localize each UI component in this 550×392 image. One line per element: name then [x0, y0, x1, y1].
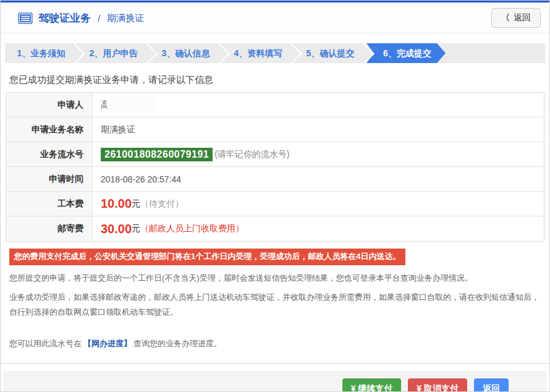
- form-list-icon: [18, 12, 33, 24]
- row-value: 期满换证: [93, 117, 544, 142]
- wizard-steps: 1、业务须知 2、用户申告 3、确认信息 4、资料填写 5、确认提交 6、完成提…: [5, 43, 545, 63]
- serial-number-badge: 261001808260079191: [101, 148, 213, 161]
- return-button[interactable]: 返回: [474, 378, 509, 392]
- row-value: 高: [93, 93, 544, 117]
- table-row-serial: 业务流水号 261001808260079191 (请牢记你的流水号): [6, 142, 544, 167]
- post-fee-note: （邮政人员上门收取费用）: [140, 223, 244, 234]
- cancel-payment-button[interactable]: ¥ 取消支付: [408, 378, 467, 392]
- row-value: 2018-08-26 20:57:44: [93, 167, 544, 191]
- work-fee-amount: 10.00: [101, 197, 132, 211]
- row-value: 10.00 元 （待支付）: [93, 192, 544, 216]
- table-row-apply-time: 申请时间 2018-08-26 20:57:44: [6, 167, 544, 192]
- info-paragraph-1: 您所提交的申请，将于提交后的一个工作日(不含当天)受理，届时会发送短信告知受理结…: [9, 271, 541, 286]
- info-paragraph-2: 业务成功受理后，如果选择邮政寄递的，邮政人员将上门送达机动车驾驶证，并收取办理业…: [9, 290, 541, 320]
- step-tab-6-active[interactable]: 6、完成提交: [366, 43, 446, 63]
- row-label: 申请人: [6, 93, 93, 117]
- row-value: 30.00 元 （邮政人员上门收取费用）: [93, 216, 544, 241]
- chevron-left-icon: 〈: [501, 12, 510, 22]
- page: 驾驶证业务 / 期满换证 〈 返回 1、业务须知 2、用户申告 3、确认信息 4…: [0, 0, 550, 392]
- row-label: 业务流水号: [6, 142, 93, 166]
- fee-unit: 元: [132, 198, 140, 210]
- table-row-post-fee: 邮寄费 30.00 元 （邮政人员上门收取费用）: [6, 216, 544, 241]
- payment-notice-banner: 您的费用支付完成后，公安机关交通管理部门将在1个工作日内受理，受理成功后，邮政人…: [9, 249, 405, 265]
- page-header: 驾驶证业务 / 期满换证 〈 返回: [1, 2, 549, 33]
- progress-tracking-link[interactable]: 【网办进度】: [83, 339, 132, 348]
- breadcrumb: 驾驶证业务 / 期满换证: [18, 11, 144, 25]
- page-subtitle: 期满换证: [107, 12, 144, 24]
- post-fee-amount: 30.00: [101, 222, 132, 236]
- header-back-button[interactable]: 〈 返回: [491, 8, 541, 28]
- step-tab-3[interactable]: 3、确认信息: [150, 43, 222, 63]
- step-tab-2[interactable]: 2、用户申告: [77, 43, 150, 63]
- table-row-work-fee: 工本费 10.00 元 （待支付）: [6, 192, 544, 216]
- row-label: 邮寄费: [6, 216, 93, 241]
- row-value: 261001808260079191 (请牢记你的流水号): [93, 142, 544, 166]
- step-tab-5[interactable]: 5、确认提交: [294, 43, 366, 63]
- progress-note: 您可以用此流水号在【网办进度】查询您的业务办理进度。: [9, 338, 541, 349]
- row-label: 申请业务名称: [6, 117, 93, 142]
- progress-note-prefix: 您可以用此流水号在: [9, 339, 82, 348]
- step-tab-4[interactable]: 4、资料填写: [222, 43, 294, 63]
- serial-note: (请牢记你的流水号): [214, 149, 289, 160]
- info-table: 申请人 高 申请业务名称 期满换证 业务流水号: [6, 92, 544, 242]
- action-footer: ¥ 继续支付 ¥ 取消支付 返回: [3, 371, 547, 392]
- page-title: 驾驶证业务: [38, 11, 91, 25]
- row-label: 工本费: [6, 192, 93, 216]
- continue-payment-button[interactable]: ¥ 继续支付: [342, 378, 402, 392]
- content-box: 您已成功提交期满换证业务申请，请记录以下信息 申请人 高 申请业务名称: [1, 74, 549, 364]
- step-tab-1[interactable]: 1、业务须知: [5, 43, 77, 63]
- work-fee-note: （待支付）: [140, 198, 184, 210]
- steps-filler: [446, 43, 545, 63]
- redaction-blur: [106, 96, 154, 112]
- breadcrumb-separator: /: [98, 13, 100, 23]
- fee-unit: 元: [132, 223, 140, 234]
- table-row-applicant: 申请人 高: [6, 93, 544, 117]
- progress-note-suffix: 查询您的业务办理进度。: [133, 339, 222, 348]
- row-label: 申请时间: [6, 167, 93, 191]
- header-back-label: 返回: [514, 12, 531, 22]
- applicant-name: 高: [101, 100, 169, 111]
- table-row-service-name: 申请业务名称 期满换证: [6, 117, 544, 142]
- content: 您已成功提交期满换证业务申请，请记录以下信息 申请人 高 申请业务名称: [1, 74, 549, 349]
- info-table-wrap: 申请人 高 申请业务名称 期满换证 业务流水号: [6, 92, 544, 242]
- success-message: 您已成功提交期满换证业务申请，请记录以下信息: [9, 74, 541, 86]
